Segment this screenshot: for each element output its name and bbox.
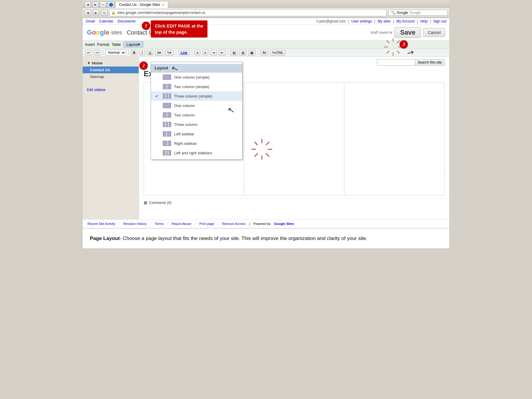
layout-option-left-right-sidebars[interactable]: Left and right sidebars <box>151 148 242 158</box>
step1-callout: Click EDIT PAGE at the top of the page. <box>151 20 207 38</box>
divider3 <box>176 50 176 55</box>
divider4 <box>192 50 192 55</box>
step3-annotation: 3 <box>400 40 408 48</box>
bottom-text-section: Page Layout- Choose a page layout that f… <box>83 228 449 248</box>
remove-format-button[interactable]: Tx <box>260 50 268 55</box>
gmail-link[interactable]: Gmail <box>86 19 95 23</box>
layout-col-2 <box>244 83 344 195</box>
nav-forward-button[interactable]: ▶ <box>92 1 99 8</box>
label-left-right-sidebars: Left and right sidebars <box>174 151 212 155</box>
icon-two-col <box>163 112 171 118</box>
icon-two-col-simple <box>163 84 171 89</box>
layout-dropdown-title: Layout <box>151 64 242 72</box>
layout-option-two-col[interactable]: Two column <box>151 110 242 120</box>
underline-button[interactable]: U <box>147 50 153 55</box>
layout-option-left-sidebar[interactable]: Left sidebar <box>151 129 242 139</box>
browser-search-bar[interactable]: 🔍 Google Google <box>388 10 447 16</box>
search-site-button[interactable]: Search this site <box>415 59 445 66</box>
forward-icon[interactable]: ▶ <box>93 9 99 16</box>
search-icon: 🔍 <box>391 11 395 15</box>
contact-us-label: Contact Us <box>90 68 110 72</box>
cancel-button[interactable]: Cancel <box>423 28 445 37</box>
sidebar-item-contact-us[interactable]: Contact Us <box>83 66 139 73</box>
new-tab-button[interactable]: + <box>100 1 106 8</box>
italic-button[interactable]: I <box>139 50 145 55</box>
table-menu[interactable]: Table <box>112 42 121 47</box>
draft-saved-text: draft saved at <box>371 30 392 35</box>
icon-one-col <box>163 103 171 108</box>
my-account-link[interactable]: My Account <box>396 19 415 23</box>
main-area: 2 ▼ Home Contact Us Sitemap Edit sidebar <box>83 57 449 219</box>
google-wordmark: Google <box>87 29 109 36</box>
help-link[interactable]: Help <box>420 19 428 23</box>
highlight-button[interactable]: ✎▾ <box>165 50 173 56</box>
search-site-input[interactable] <box>377 59 415 66</box>
indent-right-button[interactable]: ⇥ <box>210 50 217 56</box>
sidebar-item-sitemap[interactable]: Sitemap <box>83 73 139 80</box>
indent-left-button[interactable]: ⇤ <box>219 50 226 56</box>
undo-button[interactable]: ↩ <box>85 50 92 56</box>
remove-access-link[interactable]: Remove Access <box>222 222 246 226</box>
calendar-link[interactable]: Calendar <box>99 19 113 23</box>
topnav-left-links: Gmail Calendar Documents <box>86 19 136 23</box>
terms-link[interactable]: Terms <box>155 222 164 226</box>
home-label: Home <box>92 61 103 65</box>
label-two-col-simple: Two column (simple) <box>174 85 209 89</box>
html-button[interactable]: ✎HTML <box>270 50 286 56</box>
user-settings-link[interactable]: User settings <box>351 19 372 23</box>
search-site-box: Search this site <box>377 59 445 66</box>
site-footer: Recent Site Activity · Revision History … <box>83 219 449 228</box>
layout-option-three-col[interactable]: Three column <box>151 120 242 129</box>
format-menu[interactable]: Format <box>97 42 109 47</box>
format-bar: ↩ ↪ Normal B I U A▾ ✎▾ Link ≡ ≡ ⇥ ⇤ ▤ ▥ … <box>83 49 449 57</box>
report-abuse-link[interactable]: Report Abuse <box>172 222 192 226</box>
tab-close-icon[interactable]: ✕ <box>162 3 164 7</box>
active-tab[interactable]: Contact Us - Google Sites ✕ <box>115 1 168 8</box>
layout-menu[interactable]: Layout▾ <box>123 41 143 48</box>
sign-out-link[interactable]: Sign out <box>433 19 446 23</box>
divider2 <box>128 50 129 55</box>
redo-button[interactable]: ↪ <box>94 50 100 56</box>
print-page-link[interactable]: Print page <box>199 222 214 226</box>
divider6 <box>258 50 258 55</box>
layout-option-one-col-simple[interactable]: One column (simple) <box>151 72 242 82</box>
layout-option-one-col[interactable]: One column <box>151 101 242 110</box>
label-three-col-simple: Three column (simple) <box>174 94 212 98</box>
align-center-button[interactable]: ▥ <box>239 50 246 56</box>
layout-option-right-sidebar[interactable]: Right sidebar <box>151 139 242 148</box>
google-sites-link[interactable]: Google Sites <box>274 222 294 226</box>
label-left-sidebar: Left sidebar <box>174 132 194 136</box>
revision-history-link[interactable]: Revision History <box>123 222 147 226</box>
layout-option-two-col-simple[interactable]: Two column (simple) <box>151 82 242 91</box>
recent-activity-link[interactable]: Recent Site Activity <box>87 222 115 226</box>
documents-link[interactable]: Documents <box>118 19 136 23</box>
ol-button[interactable]: ≡ <box>194 50 200 55</box>
user-email: h.pels@gmail.com <box>317 19 346 23</box>
sidebar-item-home[interactable]: ▼ Home <box>83 60 139 66</box>
nav-back-button[interactable]: ◀ <box>85 1 91 8</box>
google-text: Google <box>409 11 421 15</box>
label-right-sidebar: Right sidebar <box>174 141 197 146</box>
url-bar[interactable]: 🔒 sites.google.com/site/contactuspageexa… <box>109 9 387 16</box>
comments-bar[interactable]: ⊞ Comments (0) <box>139 198 449 207</box>
layout-option-three-col-simple[interactable]: ✓ Three column (simple) <box>151 91 242 101</box>
label-two-col: Two column <box>174 113 194 117</box>
insert-menu[interactable]: Insert <box>85 42 95 47</box>
top-nav: Gmail Calendar Documents h.pels@gmail.co… <box>83 18 449 25</box>
bold-button[interactable]: B <box>131 50 137 55</box>
link-button[interactable]: Link <box>179 50 189 55</box>
label-one-col-simple: One column (simple) <box>174 75 210 80</box>
step1-text-line2: top of the page. <box>155 29 203 35</box>
align-left-button[interactable]: ▤ <box>231 50 238 56</box>
url-text: sites.google.com/site/contactuspageexamp… <box>117 11 205 15</box>
refresh-icon[interactable]: ↻ <box>101 9 108 16</box>
my-sites-link[interactable]: My sites <box>378 19 391 23</box>
save-button[interactable]: Save <box>395 27 421 38</box>
align-right-button[interactable]: ▦ <box>248 50 255 56</box>
edit-sidebar-link[interactable]: Edit sidebar <box>83 86 139 94</box>
back-icon[interactable]: ◀ <box>85 9 91 16</box>
font-color-button[interactable]: A▾ <box>155 50 163 56</box>
editor-menu-bar: Insert Format Table Layout▾ <box>83 40 449 49</box>
ul-button[interactable]: ≡ <box>202 50 208 55</box>
style-select[interactable]: Normal <box>106 50 126 56</box>
